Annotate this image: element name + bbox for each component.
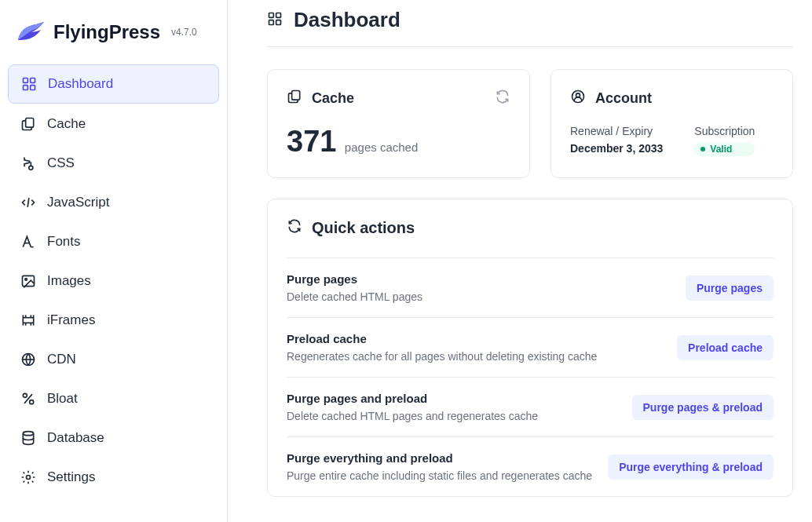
status-badge: Valid	[694, 142, 755, 156]
cache-icon	[20, 116, 36, 132]
quick-actions-icon	[287, 218, 302, 237]
refresh-icon[interactable]	[495, 89, 510, 108]
logo-icon	[14, 20, 46, 44]
action-preload-cache: Preload cache Regenerates cache for all …	[287, 317, 774, 377]
cards-row: Cache 371 pages cached Account Renewal /…	[267, 69, 793, 178]
account-card: Account Renewal / Expiry December 3, 203…	[550, 69, 793, 178]
sidebar-item-javascript[interactable]: JavaScript	[8, 184, 219, 221]
sidebar-item-label: Fonts	[47, 234, 81, 250]
svg-rect-15	[269, 20, 274, 24]
sidebar-item-label: Settings	[47, 469, 95, 485]
quick-actions-title: Quick actions	[312, 219, 415, 237]
javascript-icon	[20, 195, 36, 210]
app-name: FlyingPress	[53, 21, 160, 43]
nav: Dashboard Cache CSS JavaScript Fonts Ima…	[8, 64, 219, 496]
svg-rect-0	[24, 78, 28, 83]
sidebar-item-dashboard[interactable]: Dashboard	[8, 64, 219, 104]
sidebar-item-label: Bloat	[47, 391, 78, 407]
cache-card-title: Cache	[312, 90, 354, 107]
dashboard-icon	[21, 76, 37, 92]
action-title: Purge pages	[287, 272, 422, 286]
action-purge-pages: Purge pages Delete cached HTML pages Pur…	[287, 257, 774, 317]
svg-rect-3	[31, 86, 35, 90]
svg-point-7	[25, 279, 27, 281]
action-title: Purge pages and preload	[287, 392, 538, 405]
sidebar-item-label: CSS	[47, 155, 75, 171]
sidebar-item-iframes[interactable]: iFrames	[8, 301, 219, 339]
purge-pages-preload-button[interactable]: Purge pages & preload	[632, 395, 774, 420]
images-icon	[20, 273, 36, 289]
account-icon	[570, 89, 586, 108]
sidebar-item-fonts[interactable]: Fonts	[8, 223, 219, 261]
sidebar-item-cdn[interactable]: CDN	[8, 341, 219, 378]
action-desc: Regenerates cache for all pages without …	[287, 350, 597, 363]
sidebar-item-label: Cache	[47, 116, 86, 132]
svg-rect-13	[269, 13, 274, 17]
svg-point-9	[23, 393, 27, 397]
svg-point-10	[30, 400, 34, 404]
svg-rect-16	[276, 20, 281, 24]
sidebar-item-images[interactable]: Images	[8, 262, 219, 300]
sidebar: FlyingPress v4.7.0 Dashboard Cache CSS J…	[0, 0, 228, 522]
sidebar-item-label: Images	[47, 273, 91, 289]
svg-point-12	[27, 476, 31, 480]
database-icon	[20, 430, 36, 446]
bloat-icon	[20, 391, 36, 407]
action-desc: Delete cached HTML pages	[287, 290, 422, 303]
preload-cache-button[interactable]: Preload cache	[677, 335, 774, 360]
action-desc: Delete cached HTML pages and regenerates…	[287, 410, 538, 422]
sidebar-item-label: CDN	[47, 352, 76, 367]
settings-icon	[20, 469, 36, 485]
sidebar-item-bloat[interactable]: Bloat	[8, 380, 219, 418]
css-icon	[20, 155, 36, 171]
sidebar-item-label: Dashboard	[48, 76, 113, 92]
cache-count: 371	[287, 125, 336, 158]
main-content: Dashboard Cache 371 pages cached Account	[228, 0, 812, 522]
svg-point-11	[23, 432, 33, 436]
svg-rect-2	[24, 86, 28, 90]
svg-rect-4	[26, 119, 34, 128]
renewal-value: December 3, 2033	[570, 142, 663, 155]
svg-point-5	[29, 166, 33, 170]
svg-rect-14	[276, 13, 281, 17]
action-title: Preload cache	[287, 332, 597, 345]
svg-rect-17	[292, 91, 300, 100]
fonts-icon	[20, 234, 36, 250]
account-subscription: Subscription Valid	[694, 125, 755, 156]
sidebar-item-label: Database	[47, 430, 104, 446]
page-title: Dashboard	[294, 8, 401, 32]
account-renewal: Renewal / Expiry December 3, 2033	[570, 125, 663, 156]
purge-everything-preload-button[interactable]: Purge everything & preload	[608, 454, 774, 480]
renewal-label: Renewal / Expiry	[570, 125, 663, 137]
subscription-label: Subscription	[694, 125, 755, 137]
account-card-title: Account	[595, 90, 652, 107]
cdn-icon	[20, 352, 36, 367]
action-purge-preload: Purge pages and preload Delete cached HT…	[287, 377, 774, 436]
purge-pages-button[interactable]: Purge pages	[686, 276, 774, 301]
app-version: v4.7.0	[171, 27, 197, 38]
sidebar-item-settings[interactable]: Settings	[8, 458, 219, 496]
sidebar-item-cache[interactable]: Cache	[8, 105, 219, 143]
page-header: Dashboard	[267, 8, 793, 47]
sidebar-item-css[interactable]: CSS	[8, 144, 219, 182]
action-purge-everything: Purge everything and preload Purge entir…	[287, 436, 774, 496]
quick-actions-card: Quick actions Purge pages Delete cached …	[267, 199, 793, 497]
cache-stats: 371 pages cached	[287, 125, 510, 159]
cache-icon	[287, 89, 302, 108]
sidebar-item-label: JavaScript	[47, 195, 109, 210]
svg-rect-1	[31, 78, 35, 83]
logo: FlyingPress v4.7.0	[8, 14, 219, 60]
dashboard-icon	[267, 11, 283, 30]
cache-unit: pages cached	[345, 141, 418, 154]
cache-card: Cache 371 pages cached	[267, 69, 530, 178]
action-desc: Purge entire cache including static file…	[287, 469, 592, 482]
sidebar-item-label: iFrames	[47, 312, 95, 328]
action-title: Purge everything and preload	[287, 451, 592, 465]
iframes-icon	[20, 312, 36, 328]
sidebar-item-database[interactable]: Database	[8, 419, 219, 457]
